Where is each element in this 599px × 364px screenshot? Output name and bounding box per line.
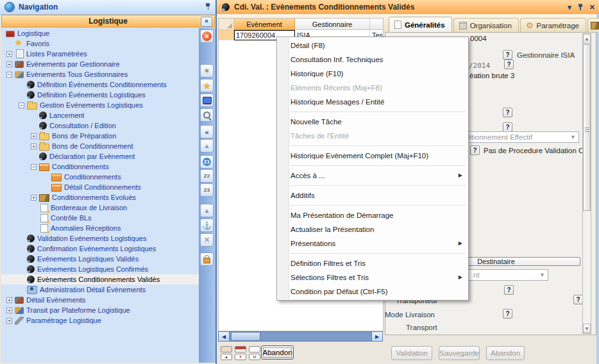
record-nav-blank-button[interactable]	[249, 346, 260, 352]
menu-item[interactable]: Eléments Récents (Maj+F8)	[277, 81, 468, 95]
scroll-left-icon[interactable]: ◀	[219, 332, 230, 341]
delete-x-button[interactable]: ✕	[200, 233, 214, 247]
menu-item[interactable]: Ma Présentation de Démarrage	[277, 208, 468, 222]
tree-expander[interactable]: +	[6, 62, 12, 67]
zoom2-button[interactable]: Z2	[200, 169, 214, 183]
monitor-button[interactable]	[200, 94, 214, 107]
tree-item[interactable]: +Bons de Conditionnement	[1, 141, 199, 151]
menu-item[interactable]: Présentations▶	[277, 236, 468, 251]
move-up2-button[interactable]: ▲	[200, 204, 214, 217]
tree-item[interactable]: +Listes Paramétrées	[1, 49, 199, 59]
tree-item[interactable]: +Détail Evènements	[1, 295, 199, 305]
tree-expander[interactable]: +	[6, 51, 12, 57]
move-up-button[interactable]: ▲	[200, 139, 214, 153]
validation-button[interactable]: Validation	[391, 346, 432, 360]
anchor-button[interactable]: ⚓	[200, 219, 214, 232]
grid-row-marker[interactable]	[219, 30, 234, 40]
tree-item[interactable]: Consultation / Edition	[1, 120, 199, 131]
menu-item[interactable]: Historique Evènement Complet (Maj+F10)	[277, 149, 468, 163]
menu-item[interactable]: Définition Filtres et Tris	[277, 256, 468, 270]
close-red-button[interactable]: ✕	[200, 29, 214, 43]
tree-item[interactable]: Confirmation Evénements Logistiques	[1, 244, 199, 254]
record-nav-m-button[interactable]: M	[249, 354, 260, 360]
panel-divider[interactable]	[215, 0, 217, 364]
record-nav-beige-button[interactable]	[221, 346, 232, 352]
menu-item[interactable]: Sélections Filtres et Tris▶	[277, 270, 468, 285]
help-button-1[interactable]: ?	[503, 108, 512, 117]
search-button[interactable]	[200, 108, 214, 122]
help-button-date[interactable]: ?	[504, 60, 514, 69]
pin-icon[interactable]	[205, 3, 211, 10]
tree-item[interactable]: Administration Détail Évènements	[1, 285, 199, 295]
tree-expander[interactable]: +	[6, 308, 12, 313]
tree-item[interactable]: +Conditionnements Evolués	[1, 192, 199, 203]
tree-item[interactable]: −Conditionnements	[1, 161, 199, 172]
tree-expander[interactable]: +	[31, 195, 37, 201]
lock-button[interactable]	[200, 252, 214, 266]
menu-item[interactable]: Détail (F8)	[277, 38, 468, 53]
record-nav-up-button[interactable]: ▲	[221, 354, 232, 360]
tree-expander[interactable]: −	[31, 164, 37, 170]
tree-expander[interactable]: +	[6, 297, 12, 303]
menu-item[interactable]: Tâches de l'Entité	[277, 129, 468, 143]
tree-item[interactable]: Bordereaux de Livraison	[1, 203, 199, 213]
help-button-transporteur[interactable]: ?	[573, 295, 583, 304]
scroll-up-icon[interactable]: ▲	[583, 34, 591, 44]
tree-item[interactable]: Contrôle BLs	[1, 213, 199, 223]
titlebar-pin-icon[interactable]	[577, 3, 584, 11]
tree-item[interactable]: Détail Conditionnements	[1, 182, 199, 192]
zoom1-button[interactable]: Z1	[200, 155, 214, 169]
scroll-down-icon[interactable]: ▼	[583, 324, 591, 333]
record-nav-down-button[interactable]: ▼	[235, 354, 246, 360]
tree-item[interactable]: Validation Evénements Logistiques	[1, 233, 199, 244]
tree-expander[interactable]: −	[6, 72, 12, 78]
tab-paramétrage[interactable]: ⚙Paramétrage	[520, 18, 586, 32]
grid-corner-cell[interactable]	[219, 19, 234, 30]
menu-item[interactable]: Condition par Défaut (Ctrl-F5)	[277, 285, 468, 299]
sauvegarde-button[interactable]: Sauvegarde	[439, 346, 480, 360]
tree-item[interactable]: +Paramétrage Logistique	[1, 315, 199, 326]
menu-item[interactable]: Historique Messages / Entité	[277, 95, 468, 109]
tree-item[interactable]: +Evènements par Gestionnaire	[1, 59, 199, 69]
help-button-validation[interactable]: ?	[470, 145, 480, 155]
zoom3-button[interactable]: Z3	[200, 183, 214, 197]
tree-item[interactable]: Anomalies Réceptions	[1, 223, 199, 233]
menu-item[interactable]: Additifs	[277, 188, 468, 203]
menu-item[interactable]: Historique (F10)	[277, 67, 468, 81]
form-vertical-scrollbar[interactable]: ▲ ▼	[582, 33, 591, 334]
grid-horizontal-scrollbar[interactable]: ◀ ▶	[218, 331, 383, 342]
tree-item[interactable]: Evènements Conditionnements Validés	[1, 274, 199, 285]
titlebar-dropdown-icon[interactable]: ▾	[568, 0, 571, 14]
tree-expander[interactable]: −	[19, 103, 24, 108]
tree-item[interactable]: Conditionnements	[1, 172, 199, 182]
form-scrollbar-thumb[interactable]	[583, 44, 591, 211]
tree-expander[interactable]: +	[6, 318, 12, 324]
tree-expander[interactable]: +	[31, 144, 37, 149]
tab-généralités[interactable]: Généralités	[389, 17, 452, 32]
grid-header-gestionnaire[interactable]: Gestionnaire	[295, 19, 370, 30]
tree-item[interactable]: Définition Événements Logistiques	[1, 90, 199, 100]
tree-item[interactable]: −Gestion Evénements Logistiques	[1, 100, 199, 110]
menu-item[interactable]: Nouvelle Tâche	[277, 115, 468, 129]
tab-stub[interactable]	[587, 18, 599, 32]
collapse-button[interactable]: «	[200, 125, 214, 138]
tree-item[interactable]: Favoris	[1, 38, 199, 49]
favorites-star-button[interactable]: ★	[200, 79, 214, 92]
abandon-button-left[interactable]: Abandon	[261, 345, 294, 360]
tree-item[interactable]: Evénements Logistiques Validés	[1, 254, 199, 264]
help-button-mode-livraison[interactable]: ?	[503, 309, 512, 318]
abandon-button-right[interactable]: Abandon	[486, 346, 525, 360]
scrollbar-thumb[interactable]	[231, 332, 260, 341]
tree-item[interactable]: +Bons de Préparation	[1, 131, 199, 141]
grid-header-evenement[interactable]: Evènement	[234, 19, 295, 30]
tree-expander[interactable]: +	[31, 133, 37, 139]
badge-button[interactable]: ✶	[200, 64, 214, 78]
tree-item[interactable]: Définition Événements Conditionnements	[1, 79, 199, 90]
tab-organisation[interactable]: Organisation	[453, 18, 519, 32]
collapse-panel-button[interactable]: «	[201, 17, 212, 27]
grid-header-col3[interactable]	[370, 19, 383, 30]
help-button-2[interactable]: ?	[503, 122, 512, 132]
scroll-right-icon[interactable]: ▶	[371, 332, 382, 341]
titlebar-close-icon[interactable]: ✕	[589, 0, 595, 14]
tree-item[interactable]: Evénements Logistiques Confirmés	[1, 264, 199, 274]
